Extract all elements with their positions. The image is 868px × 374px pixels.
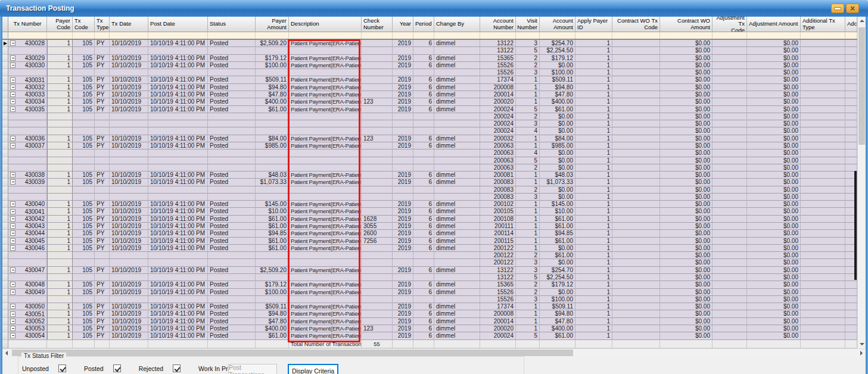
row-selector[interactable]	[2, 208, 8, 215]
cell-status[interactable]: Posted	[208, 318, 256, 325]
cell-contract_wo_amount[interactable]: $0.00	[660, 62, 713, 69]
cell-status[interactable]	[208, 274, 256, 281]
column-header-payer_amount[interactable]: Payer Amount	[256, 17, 289, 32]
cell-check_number[interactable]	[362, 289, 393, 296]
cell-contract_wo_tx_code[interactable]	[612, 179, 660, 186]
scroll-down-icon[interactable]	[858, 340, 866, 348]
cell-adjustment_tx_code[interactable]	[713, 186, 747, 194]
cell-adjustment_tx_code[interactable]	[713, 47, 747, 54]
cell-contract_wo_amount[interactable]: $0.00	[660, 55, 713, 62]
cell-additional_tx_type[interactable]	[801, 91, 845, 98]
cell-change_by[interactable]: dimmel	[434, 325, 480, 332]
cell-tx_number[interactable]	[8, 113, 47, 120]
cell-additional_tx_type[interactable]	[801, 179, 845, 186]
cell-adjustment_tx_code[interactable]	[713, 252, 747, 259]
cell-contract_wo_amount[interactable]: $0.00	[660, 47, 713, 54]
cell-year[interactable]	[393, 296, 413, 303]
cell-adjustment_tx_code[interactable]	[713, 62, 747, 69]
cell-check_number[interactable]	[362, 91, 393, 98]
cell-tx_type[interactable]	[95, 274, 110, 281]
cell-year[interactable]	[393, 127, 413, 135]
cell-visit_number[interactable]: 2	[516, 55, 540, 62]
cell-contract_wo_amount[interactable]: $0.00	[660, 259, 713, 266]
cell-payer_amount[interactable]	[256, 186, 289, 194]
cell-change_by[interactable]: dimmel	[434, 135, 480, 142]
grid-row-line[interactable]: 131225$2,254.501$0.00$0.00	[2, 274, 857, 281]
cell-check_number[interactable]	[362, 157, 393, 164]
cell-tx_type[interactable]	[95, 69, 110, 76]
cell-contract_wo_tx_code[interactable]	[612, 55, 660, 62]
grid-row-line[interactable]: 131225$2,254.501$0.00$0.00	[2, 47, 857, 54]
row-selector[interactable]	[2, 106, 8, 113]
cell-contract_wo_amount[interactable]: $0.00	[660, 76, 713, 83]
cell-adjustment_amount[interactable]: $0.00	[747, 76, 801, 83]
cell-payer_code[interactable]: 1	[47, 40, 73, 47]
cell-period[interactable]: 6	[413, 76, 434, 83]
cell-additional_tx_type[interactable]	[801, 40, 845, 47]
cell-tx_type[interactable]	[95, 120, 110, 127]
filter-cell-year[interactable]	[393, 32, 413, 39]
cell-change_by[interactable]: dimmel	[434, 238, 480, 245]
cell-visit_number[interactable]: 2	[516, 62, 540, 69]
cell-visit_number[interactable]: 1	[516, 310, 540, 317]
cell-account_number[interactable]: 200083	[480, 186, 516, 194]
cell-tx_code[interactable]: 105	[73, 230, 95, 237]
cell-contract_wo_amount[interactable]: $0.00	[660, 281, 713, 288]
cell-tx_code[interactable]: 105	[73, 135, 95, 142]
cell-post_date[interactable]: 10/10/19 4:11:00 PM	[148, 289, 208, 296]
cell-visit_number[interactable]: 2	[516, 186, 540, 194]
cell-status[interactable]: Posted	[208, 216, 256, 223]
cell-tx_code[interactable]	[73, 296, 95, 303]
cell-tx_code[interactable]: 105	[73, 172, 95, 179]
cell-additional_tx_type[interactable]	[801, 62, 845, 69]
cell-tx_date[interactable]: 10/10/2019	[110, 238, 148, 245]
cell-period[interactable]: 6	[413, 62, 434, 69]
cell-contract_wo_amount[interactable]: $0.00	[660, 230, 713, 237]
row-selector[interactable]	[2, 69, 8, 76]
cell-additional_tx_type[interactable]	[801, 216, 845, 223]
cell-change_by[interactable]: dimmel	[434, 208, 480, 215]
cell-contract_wo_amount[interactable]: $0.00	[660, 135, 713, 142]
cell-account_amount[interactable]: $2,254.50	[540, 47, 575, 54]
cell-payer_amount[interactable]	[256, 157, 289, 164]
cell-payer_amount[interactable]	[256, 164, 289, 172]
cell-adjustment_amount[interactable]: $0.00	[747, 98, 801, 105]
cell-contract_wo_tx_code[interactable]	[612, 216, 660, 223]
cell-adjustment_amount[interactable]: $0.00	[747, 47, 801, 54]
column-header-check_number[interactable]: Check Number	[362, 17, 393, 32]
cell-adjustment_amount[interactable]: $0.00	[747, 179, 801, 186]
cell-additional_more[interactable]	[845, 135, 857, 142]
cell-contract_wo_tx_code[interactable]	[612, 245, 660, 252]
cell-tx_number[interactable]: 430029	[8, 55, 47, 62]
cell-status[interactable]	[208, 259, 256, 266]
cell-description[interactable]	[289, 69, 362, 76]
cell-payer_amount[interactable]: $94.85	[256, 230, 289, 237]
cell-adjustment_tx_code[interactable]	[713, 135, 747, 142]
cell-tx_number[interactable]	[8, 149, 47, 157]
cell-contract_wo_tx_code[interactable]	[612, 127, 660, 135]
cell-status[interactable]	[208, 186, 256, 194]
cell-status[interactable]	[208, 149, 256, 157]
cell-tx_code[interactable]	[73, 274, 95, 281]
cell-account_number[interactable]: 200063	[480, 149, 516, 157]
cell-description[interactable]: Patient Payment(ERA-Patient)	[289, 62, 362, 69]
cell-check_number[interactable]	[362, 172, 393, 179]
cell-contract_wo_amount[interactable]: $0.00	[660, 208, 713, 215]
cell-contract_wo_amount[interactable]: $0.00	[660, 149, 713, 157]
cell-post_date[interactable]: 10/10/19 4:11:00 PM	[148, 55, 208, 62]
cell-contract_wo_amount[interactable]: $0.00	[660, 40, 713, 47]
cell-adjustment_tx_code[interactable]	[713, 76, 747, 83]
cell-change_by[interactable]: dimmel	[434, 230, 480, 237]
cell-adjustment_amount[interactable]: $0.00	[747, 216, 801, 223]
cell-additional_more[interactable]	[845, 332, 857, 339]
cell-account_amount[interactable]: $0.00	[540, 149, 575, 157]
cell-adjustment_tx_code[interactable]	[713, 208, 747, 215]
cell-tx_type[interactable]: PY	[95, 84, 110, 91]
cell-year[interactable]: 2019	[393, 318, 413, 325]
cell-adjustment_amount[interactable]: $0.00	[747, 186, 801, 194]
expand-collapse-icon[interactable]	[10, 223, 15, 229]
cell-account_number[interactable]: 200063	[480, 157, 516, 164]
cell-account_number[interactable]: 200122	[480, 259, 516, 266]
cell-period[interactable]	[413, 274, 434, 281]
cell-tx_code[interactable]: 105	[73, 223, 95, 230]
